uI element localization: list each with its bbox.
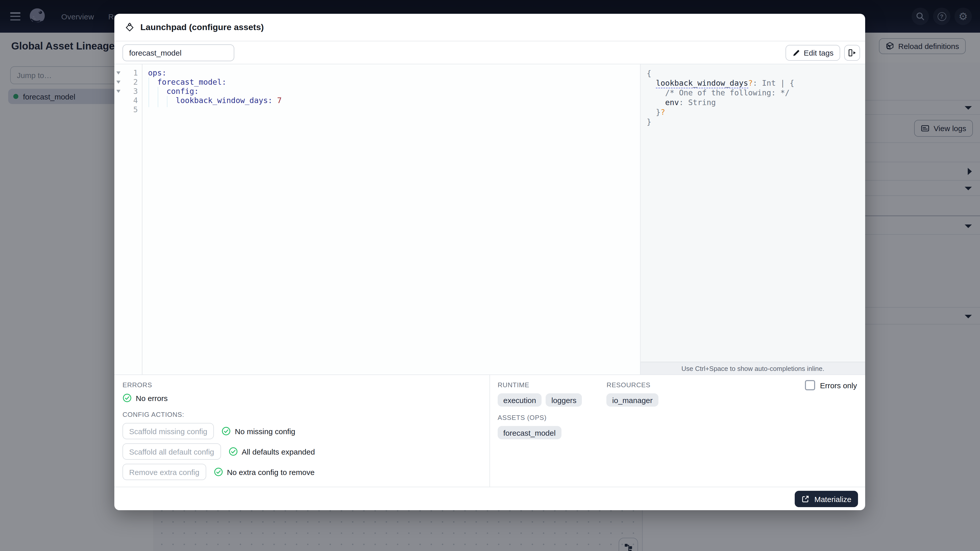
dialog-toolbar: Edit tags — [115, 42, 865, 64]
runtime-label: RUNTIME — [498, 381, 582, 389]
schema-line: }? — [647, 108, 859, 118]
code-line: forecast_model: — [148, 78, 640, 87]
config-action-row: Scaffold missing configNo missing config — [123, 423, 481, 439]
screen: OverviewRunsAssetsAutomationDeployment ?… — [0, 0, 980, 551]
indent-guide — [148, 78, 149, 107]
autocomplete-hint: Use Ctrl+Space to show auto-completions … — [641, 362, 865, 375]
run-config-column: RUNTIME executionloggers RESOURCES io_ma… — [490, 375, 865, 487]
code-line: ops: — [148, 68, 640, 78]
edit-tags-button[interactable]: Edit tags — [785, 45, 840, 61]
code-line — [148, 105, 640, 114]
resources-group: RESOURCES io_manager — [607, 381, 658, 407]
launchpad-icon — [124, 22, 135, 32]
tag-loggers: loggers — [546, 393, 582, 407]
line-number: 1 — [133, 68, 138, 78]
toggle-panel-button[interactable] — [844, 45, 860, 61]
line-number: 4 — [133, 96, 138, 105]
schema-line: lookback_window_days?: Int | { — [647, 79, 859, 88]
external-link-icon — [802, 495, 810, 503]
errors-label: ERRORS — [123, 381, 481, 389]
gutter-line: 5 — [115, 105, 142, 114]
tag-io-manager: io_manager — [607, 393, 658, 407]
pencil-icon — [792, 49, 800, 57]
dialog-title: Launchpad (configure assets) — [140, 22, 264, 32]
config-editor[interactable]: ops: forecast_model: config: lookback_wi… — [143, 64, 640, 375]
gutter-line: 3 — [115, 87, 142, 96]
schema-line: /* One of the following: */ — [647, 88, 859, 98]
assets-ops-group: ASSETS (OPS) forecast_model — [498, 414, 858, 439]
runtime-group: RUNTIME executionloggers — [498, 381, 582, 407]
assets-ops-label: ASSETS (OPS) — [498, 414, 858, 421]
line-number: 3 — [133, 87, 138, 96]
errors-column: ERRORS No errors CONFIG ACTIONS: Scaffol… — [115, 375, 490, 487]
asset-name-input[interactable] — [123, 44, 234, 61]
line-number: 2 — [133, 78, 138, 87]
gutter-line: 2 — [115, 78, 142, 87]
errors-only-label: Errors only — [820, 381, 857, 389]
line-number: 5 — [133, 105, 138, 114]
check-circle-icon — [123, 393, 132, 403]
schema-line: env: String — [647, 98, 859, 108]
fold-arrow-icon[interactable] — [116, 90, 121, 93]
launchpad-dialog: Launchpad (configure assets) Edit tags 1… — [115, 14, 865, 510]
tag-execution: execution — [498, 393, 542, 407]
tag-forecast-model: forecast_model — [498, 426, 561, 439]
dialog-header: Launchpad (configure assets) — [115, 14, 865, 41]
schema-line: { — [647, 69, 859, 79]
gutter-line: 4 — [115, 96, 142, 105]
check-circle-icon — [213, 467, 223, 476]
errors-status: No errors — [123, 393, 481, 403]
gutter-line: 1 — [115, 68, 142, 78]
remove-extra-config-button[interactable]: Remove extra config — [123, 464, 206, 480]
config-status: No extra config to remove — [213, 467, 315, 476]
scaffold-all-default-config-button[interactable]: Scaffold all default config — [123, 443, 221, 460]
errors-only-toggle[interactable]: Errors only — [805, 380, 857, 390]
config-editor-region: 12345 ops: forecast_model: config: lookb… — [115, 64, 865, 375]
resources-label: RESOURCES — [607, 381, 658, 389]
dialog-footer: Materialize — [115, 487, 865, 510]
code-line: lookback_window_days: 7 — [148, 96, 640, 105]
app-window: OverviewRunsAssetsAutomationDeployment ?… — [0, 0, 980, 551]
check-circle-icon — [221, 427, 231, 436]
dialog-bottom-section: ERRORS No errors CONFIG ACTIONS: Scaffol… — [115, 375, 865, 487]
config-actions-label: CONFIG ACTIONS: — [123, 411, 481, 418]
code-line: config: — [148, 87, 640, 96]
config-action-row: Scaffold all default configAll defaults … — [123, 443, 481, 460]
editor-gutter: 12345 — [115, 64, 142, 375]
config-actions: Scaffold missing configNo missing config… — [123, 423, 481, 480]
fold-arrow-icon[interactable] — [116, 71, 121, 75]
indent-guide — [158, 87, 158, 107]
config-schema-panel: { lookback_window_days?: Int | { /* One … — [640, 64, 865, 375]
check-circle-icon — [228, 447, 238, 456]
indent-guide — [167, 96, 167, 107]
fold-arrow-icon[interactable] — [116, 81, 121, 84]
scaffold-missing-config-button[interactable]: Scaffold missing config — [123, 423, 214, 439]
schema-line: } — [647, 118, 859, 127]
errors-only-checkbox[interactable] — [805, 380, 815, 390]
config-status: All defaults expanded — [228, 447, 315, 456]
panel-expand-icon — [847, 48, 857, 58]
config-status: No missing config — [221, 427, 295, 436]
config-action-row: Remove extra configNo extra config to re… — [123, 464, 481, 480]
materialize-button[interactable]: Materialize — [795, 491, 858, 507]
